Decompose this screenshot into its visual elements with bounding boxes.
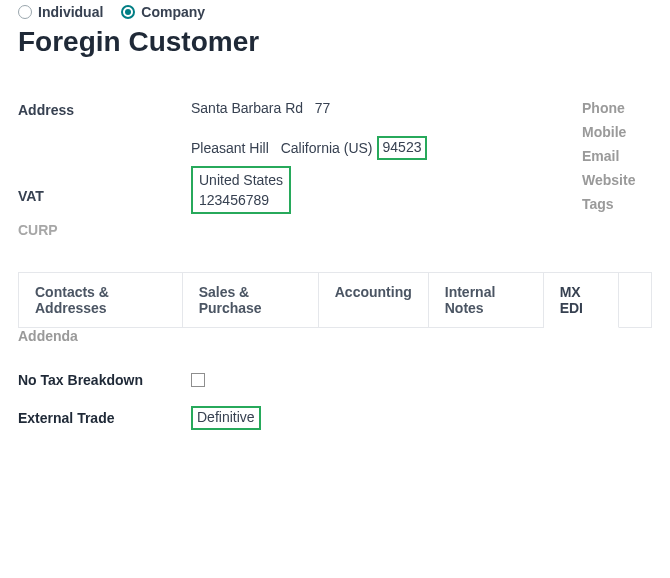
vat-label: VAT — [18, 166, 191, 204]
address-label: Address — [18, 100, 191, 118]
mobile-label: Mobile — [582, 124, 652, 140]
contact-side-labels: Phone Mobile Email Website Tags — [582, 100, 652, 244]
party-type-radiogroup: Individual Company — [18, 0, 652, 20]
radio-individual-label: Individual — [38, 4, 103, 20]
tabs: Contacts & Addresses Sales & Purchase Ac… — [18, 272, 652, 328]
curp-label: CURP — [18, 220, 191, 238]
radio-circle-icon — [121, 5, 135, 19]
no-tax-breakdown-label: No Tax Breakdown — [18, 372, 191, 388]
country-vat-highlight: United States 123456789 — [191, 166, 291, 215]
address-zip[interactable]: 94523 — [377, 136, 428, 160]
radio-individual[interactable]: Individual — [18, 4, 103, 20]
tags-label: Tags — [582, 196, 652, 212]
radio-company-label: Company — [141, 4, 205, 20]
external-trade-value[interactable]: Definitive — [191, 406, 261, 430]
phone-label: Phone — [582, 100, 652, 116]
tab-internal-notes[interactable]: Internal Notes — [429, 273, 544, 328]
radio-company[interactable]: Company — [121, 4, 205, 20]
tabpane-mx-edi: Addenda No Tax Breakdown External Trade … — [18, 328, 652, 430]
tab-accounting[interactable]: Accounting — [319, 273, 429, 328]
address-street[interactable]: Santa Barbara Rd — [191, 100, 303, 116]
website-label: Website — [582, 172, 652, 188]
address-street-no[interactable]: 77 — [315, 100, 331, 116]
address-state[interactable]: California (US) — [281, 140, 373, 156]
address-content: Santa Barbara Rd 77 Pleasant Hill Califo… — [191, 100, 427, 160]
tab-contacts-addresses[interactable]: Contacts & Addresses — [19, 273, 183, 328]
radio-circle-icon — [18, 5, 32, 19]
external-trade-label: External Trade — [18, 410, 191, 426]
address-city[interactable]: Pleasant Hill — [191, 140, 269, 156]
no-tax-breakdown-checkbox[interactable] — [191, 373, 205, 387]
addenda-label: Addenda — [18, 328, 652, 344]
tab-spacer — [619, 273, 651, 328]
address-country[interactable]: United States — [199, 170, 283, 190]
page-title: Foregin Customer — [18, 26, 652, 58]
email-label: Email — [582, 148, 652, 164]
vat-value[interactable]: 123456789 — [199, 190, 283, 210]
tab-mx-edi[interactable]: MX EDI — [544, 273, 619, 328]
tab-sales-purchase[interactable]: Sales & Purchase — [183, 273, 319, 328]
